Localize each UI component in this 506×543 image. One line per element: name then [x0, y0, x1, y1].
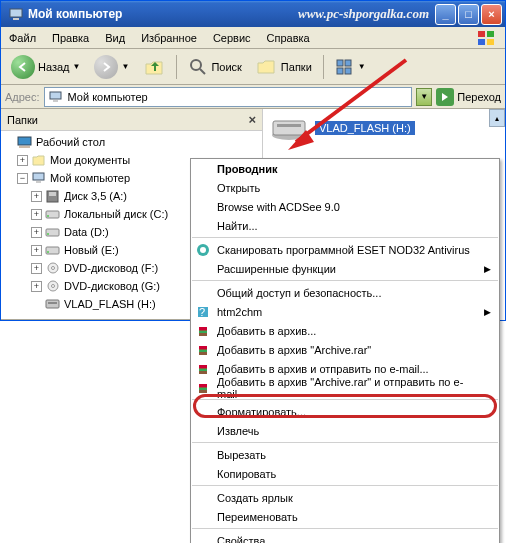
svg-rect-32 [48, 302, 57, 304]
search-icon [188, 57, 208, 77]
svg-rect-16 [19, 146, 30, 148]
expand-icon[interactable]: + [31, 191, 42, 202]
chevron-down-icon: ▼ [73, 62, 81, 71]
address-combo[interactable]: Мой компьютер [44, 87, 413, 107]
forward-arrow-icon [94, 55, 118, 79]
window-title: Мой компьютер [28, 7, 298, 21]
address-dropdown-button[interactable]: ▼ [416, 88, 432, 106]
expand-icon[interactable]: + [31, 227, 42, 238]
svg-rect-45 [199, 350, 207, 352]
watermark-text: www.pc-shporgalka.com [298, 6, 429, 22]
folders-icon [256, 57, 278, 77]
ctx-eject[interactable]: Извлечь [191, 421, 499, 440]
submenu-arrow-icon: ▶ [484, 307, 491, 317]
titlebar[interactable]: Мой компьютер www.pc-shporgalka.com _ □ … [1, 1, 505, 27]
scroll-up-button[interactable]: ▴ [489, 109, 505, 127]
submenu-arrow-icon: ▶ [484, 264, 491, 274]
removable-drive-icon [45, 297, 61, 311]
winrar-icon [195, 342, 211, 358]
svg-rect-9 [345, 60, 351, 66]
views-button[interactable]: ▼ [329, 54, 372, 80]
dvd-icon [45, 261, 61, 275]
dvd-icon [45, 279, 61, 293]
menu-service[interactable]: Сервис [205, 29, 259, 47]
ctx-cut[interactable]: Вырезать [191, 445, 499, 464]
svg-rect-17 [33, 173, 44, 180]
ctx-rar-add[interactable]: Добавить в архив... [191, 321, 499, 340]
svg-rect-51 [199, 388, 207, 390]
svg-rect-11 [345, 68, 351, 74]
ctx-open[interactable]: Открыть [191, 178, 499, 197]
hdd-icon [45, 207, 61, 221]
ctx-shortcut[interactable]: Создать ярлык [191, 488, 499, 507]
up-button[interactable] [137, 52, 171, 82]
ctx-rename[interactable]: Переименовать [191, 507, 499, 526]
menu-help[interactable]: Справка [259, 29, 318, 47]
windows-logo-icon [469, 28, 505, 48]
chevron-down-icon: ▼ [358, 62, 366, 71]
ctx-acdsee[interactable]: Browse with ACDSee 9.0 [191, 197, 499, 216]
panel-close-button[interactable]: × [248, 112, 256, 127]
close-button[interactable]: × [481, 4, 502, 25]
hdd-icon [45, 243, 61, 257]
svg-rect-2 [478, 31, 485, 37]
floppy-icon [45, 189, 61, 203]
collapse-icon[interactable]: − [17, 173, 28, 184]
removable-drive-icon [269, 115, 309, 141]
ctx-eset-ext[interactable]: Расширенные функции▶ [191, 259, 499, 278]
menu-file[interactable]: Файл [1, 29, 44, 47]
ctx-eset-scan[interactable]: Сканировать программной ESET NOD32 Antiv… [191, 240, 499, 259]
expand-icon[interactable]: + [31, 263, 42, 274]
ctx-rar-named-email[interactable]: Добавить в архив "Archive.rar" и отправи… [191, 378, 499, 397]
panel-title: Папки [7, 114, 38, 126]
svg-rect-10 [337, 68, 343, 74]
expand-icon[interactable]: + [31, 209, 42, 220]
ctx-rar-add-named[interactable]: Добавить в архив "Archive.rar" [191, 340, 499, 359]
maximize-button[interactable]: □ [458, 4, 479, 25]
ctx-properties[interactable]: Свойства [191, 531, 499, 543]
folder-up-icon [143, 56, 165, 78]
svg-point-37 [200, 247, 206, 253]
back-button[interactable]: Назад ▼ [5, 51, 86, 83]
svg-rect-48 [199, 369, 207, 371]
svg-point-28 [52, 267, 55, 270]
menu-edit[interactable]: Правка [44, 29, 97, 47]
expand-icon[interactable]: + [31, 245, 42, 256]
svg-rect-35 [277, 124, 301, 127]
ctx-htm2chm[interactable]: ?htm2chm▶ [191, 302, 499, 321]
drive-item[interactable]: VLAD_FLASH (H:) [269, 115, 499, 141]
ctx-copy[interactable]: Копировать [191, 464, 499, 483]
svg-point-26 [47, 251, 49, 253]
separator [192, 485, 498, 486]
menu-view[interactable]: Вид [97, 29, 133, 47]
go-label: Переход [457, 91, 501, 103]
svg-rect-8 [337, 60, 343, 66]
winrar-icon [195, 380, 211, 396]
svg-rect-0 [10, 9, 22, 17]
search-button[interactable]: Поиск [182, 53, 247, 81]
separator [192, 280, 498, 281]
ctx-sharing[interactable]: Общий доступ и безопасность... [191, 283, 499, 302]
expand-icon[interactable]: + [17, 155, 28, 166]
ctx-format[interactable]: Форматировать... [191, 402, 499, 421]
svg-point-22 [47, 215, 49, 217]
go-arrow-icon [436, 88, 454, 106]
panel-header: Папки × [1, 109, 262, 131]
menu-favorites[interactable]: Избранное [133, 29, 205, 47]
minimize-button[interactable]: _ [435, 4, 456, 25]
ctx-explorer[interactable]: Проводник [191, 159, 499, 178]
go-button[interactable]: Переход [436, 88, 501, 106]
ctx-find[interactable]: Найти... [191, 216, 499, 235]
svg-rect-18 [36, 181, 41, 183]
svg-point-6 [191, 60, 201, 70]
tree-desktop[interactable]: Рабочий стол [3, 133, 262, 151]
folders-button[interactable]: Папки [250, 53, 318, 81]
svg-point-24 [47, 233, 49, 235]
chevron-down-icon: ▼ [121, 62, 129, 71]
htm2chm-icon: ? [195, 304, 211, 320]
svg-rect-34 [273, 121, 305, 135]
svg-rect-15 [18, 137, 31, 145]
expand-icon[interactable]: + [31, 281, 42, 292]
forward-button[interactable]: ▼ [88, 51, 135, 83]
svg-rect-5 [487, 39, 494, 45]
